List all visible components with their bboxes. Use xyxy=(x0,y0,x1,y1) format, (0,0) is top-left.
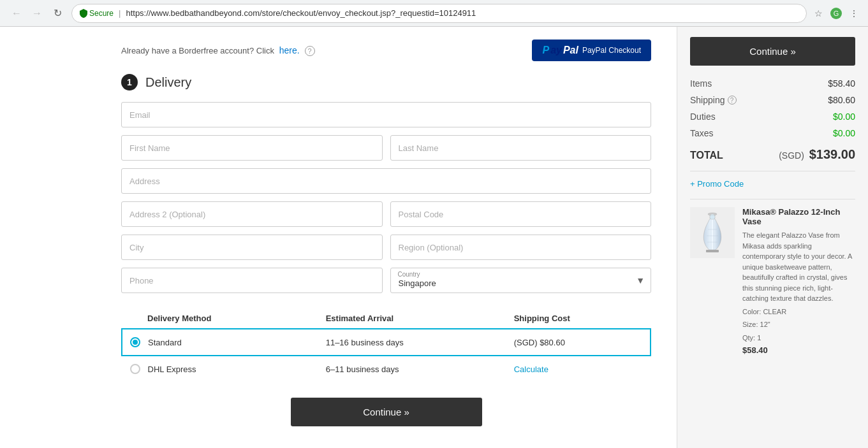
address2-group xyxy=(121,201,383,227)
region-field[interactable] xyxy=(390,235,652,260)
svg-rect-2 xyxy=(706,250,719,252)
standard-arrival: 11–16 business days xyxy=(318,329,506,356)
last-name-field[interactable] xyxy=(390,135,652,161)
total-currency: (SGD) xyxy=(779,150,804,161)
phone-country-row: Country Singapore Malaysia Indonesia Phi… xyxy=(121,268,651,293)
delivery-method-section: Delivery Method Estimated Arrival Shippi… xyxy=(121,308,651,382)
menu-icon[interactable]: ⋮ xyxy=(848,7,860,20)
standard-label: Standard xyxy=(148,338,182,347)
duties-value: $0.00 xyxy=(833,112,855,122)
items-value: $58.40 xyxy=(828,78,855,89)
name-row xyxy=(121,135,651,161)
sidebar: Continue » Items $58.40 Shipping ? $80.6… xyxy=(677,27,868,448)
delivery-row-standard[interactable]: Standard 11–16 business days (SGD) $80.6… xyxy=(122,329,651,356)
product-qty: Qty: 1 xyxy=(742,333,855,343)
standard-cost: (SGD) $80.60 xyxy=(506,329,651,356)
shipping-help-icon[interactable]: ? xyxy=(728,96,737,105)
top-bar: Already have a Borderfree account? Click… xyxy=(121,40,651,61)
taxes-label: Taxes xyxy=(690,128,714,138)
total-value-area: (SGD) $139.00 xyxy=(779,147,855,162)
browser-actions: ☆ G ⋮ xyxy=(812,7,860,20)
step-badge: 1 xyxy=(121,74,138,90)
address2-field[interactable] xyxy=(121,201,383,227)
phone-group xyxy=(121,268,383,293)
country-select[interactable]: Singapore Malaysia Indonesia Philippines… xyxy=(390,268,652,293)
col-delivery-method: Delivery Method xyxy=(122,308,318,329)
profile-icon[interactable]: G xyxy=(830,7,842,20)
dhl-arrival: 6–11 business days xyxy=(318,356,506,382)
product-color: Color: CLEAR xyxy=(742,307,855,317)
product-image xyxy=(690,207,735,258)
paypal-logo: PayPal xyxy=(542,45,578,56)
delivery-row-dhl[interactable]: DHL Express 6–11 business days Calculate xyxy=(122,356,651,382)
svg-point-10 xyxy=(710,214,714,219)
product-details: Mikasa® Palazzo 12-Inch Vase The elegant… xyxy=(742,207,855,355)
product-card: Mikasa® Palazzo 12-Inch Vase The elegant… xyxy=(690,207,855,355)
taxes-row: Taxes $0.00 xyxy=(690,128,855,138)
dhl-label: DHL Express xyxy=(148,365,196,374)
divider2 xyxy=(690,199,855,199)
borderfree-text: Already have a Borderfree account? Click xyxy=(121,46,274,55)
product-size: Size: 12" xyxy=(742,319,855,330)
total-label: TOTAL xyxy=(690,150,723,161)
region-group xyxy=(390,235,652,260)
items-label: Items xyxy=(690,78,712,89)
back-button[interactable]: ← xyxy=(8,4,26,22)
divider xyxy=(690,171,855,171)
shipping-value: $80.60 xyxy=(828,95,855,105)
phone-field[interactable] xyxy=(121,268,383,293)
shipping-label: Shipping ? xyxy=(690,95,737,105)
first-name-group xyxy=(121,135,383,161)
forward-button[interactable]: → xyxy=(28,4,46,22)
postal-code-field[interactable] xyxy=(390,201,652,227)
browser-chrome: ← → ↻ Secure | https://www.bedbathandbey… xyxy=(0,0,868,27)
first-name-field[interactable] xyxy=(121,135,383,161)
paypal-checkout-label: PayPal Checkout xyxy=(582,46,641,55)
total-value: $139.00 xyxy=(809,147,855,161)
duties-row: Duties $0.00 xyxy=(690,112,855,122)
here-link[interactable]: here. xyxy=(279,45,300,55)
items-row: Items $58.40 xyxy=(690,78,855,89)
borderfree-notice: Already have a Borderfree account? Click… xyxy=(121,45,315,56)
page-layout: Already have a Borderfree account? Click… xyxy=(0,27,868,448)
paypal-checkout-button[interactable]: PayPal PayPal Checkout xyxy=(532,40,651,61)
product-image-svg xyxy=(696,210,728,255)
address-field[interactable] xyxy=(121,168,651,194)
last-name-group xyxy=(390,135,652,161)
promo-code-link[interactable]: + Promo Code xyxy=(690,179,855,189)
product-price: $58.40 xyxy=(742,345,855,355)
svg-text:G: G xyxy=(834,10,839,17)
secure-badge: Secure xyxy=(80,9,114,18)
standard-method-cell: Standard xyxy=(122,329,318,356)
dhl-radio[interactable] xyxy=(130,364,140,374)
calculate-link[interactable]: Calculate xyxy=(514,365,548,374)
city-field[interactable] xyxy=(121,235,383,260)
total-row: TOTAL (SGD) $139.00 xyxy=(690,147,855,162)
continue-button-main[interactable]: Continue » xyxy=(291,398,482,426)
city-region-row xyxy=(121,235,651,260)
postal-code-group xyxy=(390,201,652,227)
email-field[interactable] xyxy=(121,102,651,127)
main-content: Already have a Borderfree account? Click… xyxy=(0,27,677,448)
address2-postal-row xyxy=(121,201,651,227)
dhl-cost: Calculate xyxy=(506,356,651,382)
address-bar[interactable]: Secure | https://www.bedbathandbeyond.co… xyxy=(71,4,807,23)
bookmark-icon[interactable]: ☆ xyxy=(812,7,825,20)
country-group: Country Singapore Malaysia Indonesia Phi… xyxy=(390,268,652,293)
standard-radio[interactable] xyxy=(130,337,140,347)
section-title: Delivery xyxy=(145,75,191,90)
section-header: 1 Delivery xyxy=(121,74,651,90)
sidebar-continue-button[interactable]: Continue » xyxy=(690,37,855,66)
country-label: Country xyxy=(398,271,420,278)
delivery-table: Delivery Method Estimated Arrival Shippi… xyxy=(121,308,651,382)
email-group xyxy=(121,102,651,127)
duties-label: Duties xyxy=(690,112,716,122)
url-text: https://www.bedbathandbeyond.com/store/c… xyxy=(126,8,798,18)
col-estimated-arrival: Estimated Arrival xyxy=(318,308,506,329)
col-shipping-cost: Shipping Cost xyxy=(506,308,651,329)
shipping-row: Shipping ? $80.60 xyxy=(690,95,855,105)
reload-button[interactable]: ↻ xyxy=(48,4,66,22)
help-icon[interactable]: ? xyxy=(305,46,315,56)
product-description: The elegant Palazzo Vase from Mikasa add… xyxy=(742,230,855,304)
product-name: Mikasa® Palazzo 12-Inch Vase xyxy=(742,207,855,226)
